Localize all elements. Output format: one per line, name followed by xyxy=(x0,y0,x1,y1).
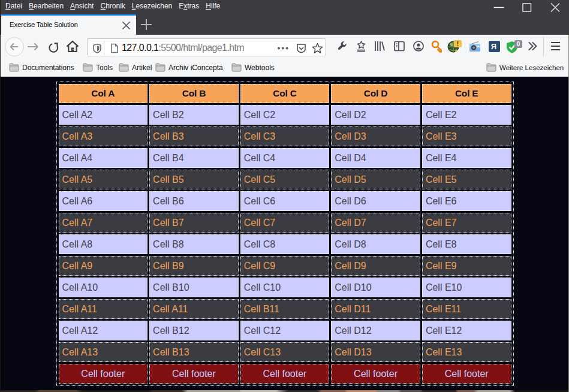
svg-text:Я: Я xyxy=(491,42,496,51)
svg-text:!: ! xyxy=(457,40,459,47)
svg-text:0: 0 xyxy=(517,40,520,47)
